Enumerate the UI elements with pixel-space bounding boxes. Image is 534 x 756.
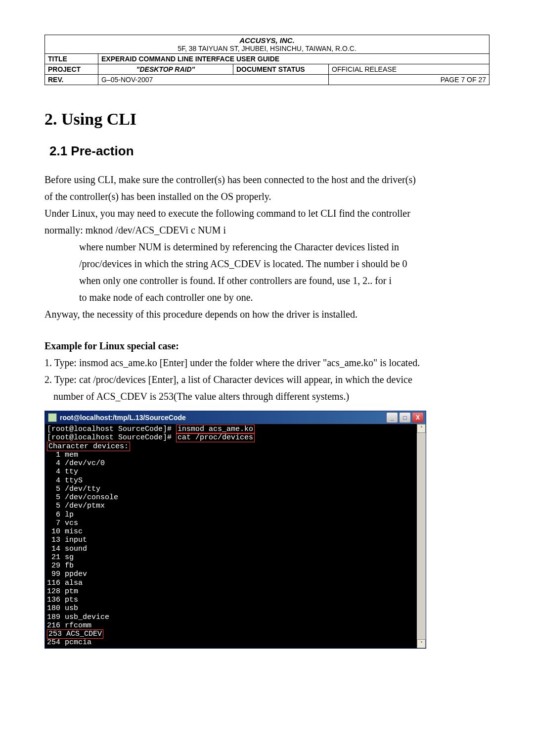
term-line: 4 ttyS xyxy=(47,476,83,485)
paragraph-3: Anyway, the necessity of this procedure … xyxy=(44,306,490,323)
terminal-titlebar[interactable]: root@localhost:/tmp/L.13/SourceCode _ □ … xyxy=(45,411,426,424)
term-cmd-2: cat /proc/devices xyxy=(176,433,255,442)
maximize-button[interactable]: □ xyxy=(399,412,411,423)
paragraph-2-line-2: normally: mknod /dev/ACS_CDEVi c NUM i xyxy=(44,222,490,238)
terminal-window: root@localhost:/tmp/L.13/SourceCode _ □ … xyxy=(44,411,426,649)
paragraph-1-line-1: Before using CLI, make sure the controll… xyxy=(44,171,490,188)
title-label: TITLE xyxy=(45,54,98,64)
terminal-scrollbar[interactable]: ˄ ˅ xyxy=(417,424,426,648)
indent-line-2: /proc/devices in which the string ACS_CD… xyxy=(79,255,490,272)
term-line: 10 misc xyxy=(47,527,83,536)
term-line: 189 usb_device xyxy=(47,613,109,621)
term-line: 5 /dev/ptmx xyxy=(47,502,105,510)
term-chardev-label: Character devices: xyxy=(47,442,130,451)
indent-line-4: to make node of each controller one by o… xyxy=(79,289,490,306)
term-line: 4 tty xyxy=(47,468,78,476)
term-last-line: 254 pcmcia xyxy=(47,638,91,647)
scroll-up-arrow-icon[interactable]: ˄ xyxy=(417,424,426,433)
indent-line-3: when only one controller is found. If ot… xyxy=(79,272,490,289)
term-line: 7 vcs xyxy=(47,519,78,527)
term-line: 136 pts xyxy=(47,596,78,604)
term-line: 21 sg xyxy=(47,553,74,562)
doc-header-table: ACCUSYS, INC. 5F, 38 TAIYUAN ST, JHUBEI,… xyxy=(44,35,490,85)
company-name: ACCUSYS, INC. xyxy=(48,36,486,45)
term-line: 14 sound xyxy=(47,545,87,553)
term-line: 180 usb xyxy=(47,604,78,613)
paragraph-1-line-2: of the controller(s) has been installed … xyxy=(44,188,490,205)
rev-value: G–05-NOV-2007 xyxy=(98,75,329,85)
term-line: 5 /dev/tty xyxy=(47,485,100,493)
terminal-body[interactable]: [root@localhost SourceCode]# insmod acs_… xyxy=(45,424,417,648)
example-step-1: 1. Type: insmod acs_ame.ko [Enter] under… xyxy=(44,354,490,371)
project-label: PROJECT xyxy=(45,64,98,75)
scroll-down-arrow-icon[interactable]: ˅ xyxy=(417,639,426,648)
term-line: 216 rfcomm xyxy=(47,621,91,630)
term-line: 4 /dev/vc/0 xyxy=(47,459,105,468)
indent-line-1: where number NUM is determined by refere… xyxy=(79,238,490,255)
paragraph-2-line-1: Under Linux, you may need to execute the… xyxy=(44,205,490,222)
term-line: 13 input xyxy=(47,536,87,544)
docstatus-value: OFFICIAL RELEASE xyxy=(329,64,490,75)
project-value: "DESKTOP RAID" xyxy=(98,64,233,75)
example-heading: Example for Linux special case: xyxy=(44,337,490,354)
close-button[interactable]: X xyxy=(412,412,424,423)
term-cmd-1: insmod acs_ame.ko xyxy=(176,425,255,434)
minimize-button[interactable]: _ xyxy=(386,412,398,423)
term-highlight-line: 253 ACS_CDEV xyxy=(47,629,103,639)
term-line: 99 ppdev xyxy=(47,570,87,578)
page-number: PAGE 7 OF 27 xyxy=(329,75,490,85)
term-prompt-1-pre: [root@localhost SourceCode]# xyxy=(47,425,172,433)
company-address: 5F, 38 TAIYUAN ST, JHUBEI, HSINCHU, TAIW… xyxy=(48,45,486,52)
term-line: 5 /dev/console xyxy=(47,493,118,502)
section-heading: 2. Using CLI xyxy=(44,110,490,129)
term-prompt-2-pre: [root@localhost SourceCode]# xyxy=(47,433,172,442)
rev-label: REV. xyxy=(45,75,98,85)
title-value: EXPERAID COMMAND LINE INTERFACE USER GUI… xyxy=(98,54,490,64)
term-line: 29 fb xyxy=(47,562,74,570)
term-line: 1 mem xyxy=(47,451,78,459)
terminal-icon xyxy=(48,413,57,422)
example-step-2a: 2. Type: cat /proc/devices [Enter], a li… xyxy=(44,371,490,388)
term-line: 116 alsa xyxy=(47,579,83,587)
term-line: 6 lp xyxy=(47,511,74,519)
example-step-2b: number of ACS_CDEV is 253(The value alte… xyxy=(53,388,490,405)
docstatus-label: DOCUMENT STATUS xyxy=(233,64,329,75)
terminal-title: root@localhost:/tmp/L.13/SourceCode xyxy=(60,414,186,422)
term-line: 128 ptm xyxy=(47,587,78,596)
subsection-heading: 2.1 Pre-action xyxy=(49,143,490,159)
